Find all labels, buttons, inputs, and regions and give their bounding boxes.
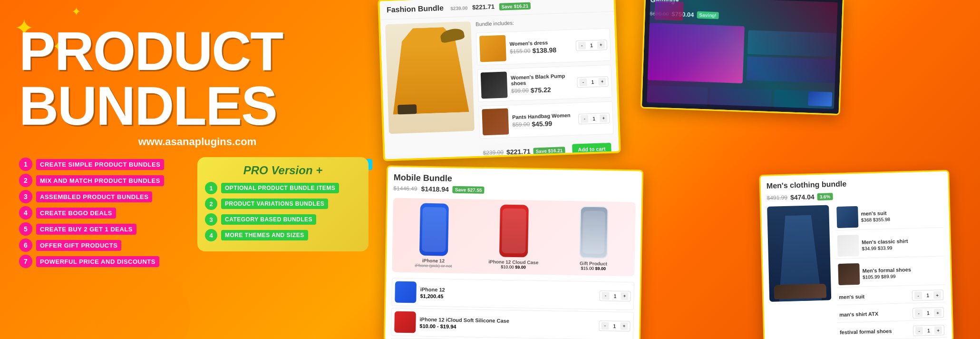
mobile-item-1: iPhone 12 $1,200.45 - 1 + [391,278,634,310]
qty-stepper-2[interactable]: - 1 + [577,76,609,88]
mens-qty-1[interactable]: - 1 + [912,289,944,301]
pro-label-4: MORE THEMES AND SIZES [221,230,308,240]
shoes-shape [774,284,826,299]
pro-label-3: CATEGORY BASED BUNDLES [221,214,316,225]
mobile-item-thumb-1 [395,281,417,303]
sunglasses-shape [398,104,417,114]
feature-label-2: MIX AND MATCH PRODUCT BUNDLES [36,175,164,186]
phone-red-price: $10.00 $9.00 [477,264,550,270]
qty-stepper-1[interactable]: - 1 + [575,40,607,51]
fashion-item-price-old-2: $99.00 [511,87,529,94]
feature-label-1: CREATE SIMPLE PRODUCT BUNDLES [36,159,164,170]
mobile-qty-decrease-2[interactable]: - [601,322,609,329]
screenshot-gaming: Gaming+ $600.00 $750.04 Saving! [640,0,844,115]
pro-item-1: 1 OPTIONAL PRODUCT BUNDLE ITEMS [205,182,361,194]
mobile-phones-display: iPhone 12 iPhone (pick) or not iPhone 12… [392,198,636,277]
qty-decrease-3[interactable]: - [581,115,589,123]
mobile-qty-value-2: 1 [611,323,618,329]
phone-item-red: iPhone 12 Cloud Case $10.00 $9.00 [477,204,551,270]
feature-label-5: CREATE BUY 2 GET 1 DEALS [36,224,136,235]
qty-increase-1[interactable]: + [597,41,605,49]
banner-container: ✦ ✦ ✦ PRODUCT BUNDLES www.asanaplugins.c… [0,0,980,339]
mens-qty-item-3: festival formal shoes [840,328,910,335]
mens-item-shoes: Men's formal shoes $105.99 $89.99 [836,259,945,288]
mens-qty-increase-1[interactable]: + [933,291,941,299]
mens-bundle-title: Men's clothing bundle [767,177,942,190]
dress-thumb [479,35,506,62]
qty-value-2: 1 [589,79,596,85]
mens-qty-3[interactable]: - 1 + [913,325,945,336]
mens-qty-decrease-1[interactable]: - [914,291,922,299]
fashion-total-new: $221.71 [506,148,531,156]
feature-num-7: 7 [19,255,32,268]
mens-sale-badge: 3.6% [817,193,833,200]
phone-clear-price: $15.00 $9.00 [557,266,630,272]
mens-qty-2[interactable]: - 1 + [912,307,944,319]
feature-num-5: 5 [19,222,32,236]
fashion-price-old: $239.00 [450,5,468,11]
mens-qty-increase-3[interactable]: + [934,326,942,334]
mobile-qty-decrease-1[interactable]: - [602,292,609,299]
phone-selected-label: iPhone (pick) or not [397,263,470,269]
fashion-main-image [385,21,475,134]
mens-qty-row-1: men's suit - 1 + [837,288,946,305]
mens-qty-value-3: 1 [925,328,932,333]
fashion-total-old: $239.00 [483,149,504,157]
pro-version-box: PRO Version + 1 OPTIONAL PRODUCT BUNDLE … [197,157,369,251]
phone-red-shape [499,204,529,257]
pro-num-1: 1 [205,182,217,194]
screenshot-fashion: Fashion Bundle $239.00 $221.71 Save $16.… [378,0,621,161]
mens-items-list: men's suit $368 $355.98 Men's classic sh… [834,202,946,339]
fashion-item-dress: Women's dress $155.00 $138.98 - 1 + [476,28,611,66]
main-title: PRODUCT BUNDLES [19,24,376,133]
mens-item-price-3: $105.99 $89.99 [863,272,943,279]
qty-increase-2[interactable]: + [598,78,606,86]
mens-qty-increase-2[interactable]: + [934,309,941,316]
mens-thumb-shirt [837,235,859,257]
feature-item-4: 4 CREATE BOGO DEALS [19,206,193,219]
fashion-item-pump: Women's Black Pump shoes $99.00 $75.22 -… [477,65,612,102]
mens-qty-value-1: 1 [924,292,931,298]
mobile-qty-2[interactable]: - 1 + [599,320,630,331]
phone-blue-shape [419,203,449,256]
pro-label-1: OPTIONAL PRODUCT BUNDLE ITEMS [221,183,339,193]
screenshot-mens: Men's clothing bundle $491.99 $474.04 3.… [759,170,953,339]
add-to-cart-button-fashion[interactable]: Add to cart [572,143,611,156]
qty-decrease-2[interactable]: - [579,78,587,86]
website-url: www.asanaplugins.com [19,136,376,148]
feature-num-3: 3 [19,190,32,203]
mens-qty-decrease-2[interactable]: - [915,309,922,317]
mobile-item-thumb-2 [394,311,416,333]
mobile-qty-value-1: 1 [611,293,619,299]
gaming-content: Gaming+ $600.00 $750.04 Saving! [642,0,843,114]
qty-decrease-1[interactable]: - [578,41,586,50]
right-content: Fashion Bundle $239.00 $221.71 Save $16.… [390,0,980,339]
mobile-sale-badge: Save $27.55 [453,186,485,193]
feature-num-4: 4 [19,206,32,219]
mens-qty-value-2: 1 [924,310,932,316]
pro-num-2: 2 [205,198,217,210]
phone-clear-shape [579,206,609,259]
feature-item-3: 3 ASSEMBLED PRODUCT BUNDLES [19,190,193,203]
mens-price-old: $491.99 [767,194,787,201]
mobile-qty-increase-1[interactable]: + [621,292,628,299]
qty-increase-3[interactable]: + [600,114,608,122]
pro-label-2: PRODUCT VARIATIONS BUNDLES [221,199,328,209]
mens-qty-decrease-3[interactable]: - [915,327,923,334]
feature-item-6: 6 OFFER GIFT PRODUCTS [19,239,193,252]
feature-label-4: CREATE BOGO DEALS [36,208,116,219]
fashion-sale-badge: Save $16.21 [499,2,531,10]
pro-item-2: 2 PRODUCT VARIATIONS BUNDLES [205,198,361,210]
fashion-item-price-old-1: $155.00 [510,47,531,55]
mobile-qty-1[interactable]: - 1 + [599,290,631,301]
mens-layout: men's suit $368 $355.98 Men's classic sh… [767,202,946,339]
fashion-total-badge: Save $16.21 [533,147,565,155]
qty-value-1: 1 [588,42,595,48]
mens-content: Men's clothing bundle $491.99 $474.04 3.… [760,171,952,339]
mens-suit-image [767,205,831,301]
mobile-qty-increase-2[interactable]: + [620,322,628,329]
fashion-items-list: Bundle includes: Women's dress $155.00 $… [475,17,614,161]
qty-stepper-3[interactable]: - 1 + [578,112,610,124]
mens-item-suit: men's suit $368 $355.98 [834,202,943,230]
mens-thumb-shoes [838,263,860,285]
